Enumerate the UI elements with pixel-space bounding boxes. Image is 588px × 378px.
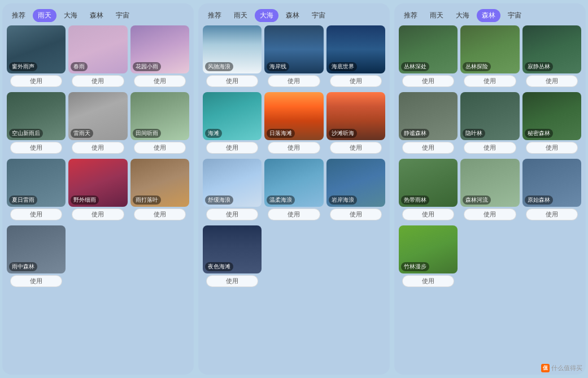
tab-雨天[interactable]: 雨天 (33, 9, 56, 22)
tab-推荐[interactable]: 推荐 (203, 9, 227, 22)
sound-card: 夏日雷雨使用 (7, 159, 66, 223)
use-button[interactable]: 使用 (206, 142, 258, 154)
use-button[interactable]: 使用 (402, 275, 454, 287)
card-title: 隐叶林 (463, 129, 485, 138)
card-title: 雨中森林 (9, 262, 37, 271)
use-button[interactable]: 使用 (206, 208, 258, 220)
card-title: 海岸线 (267, 62, 289, 71)
use-button[interactable]: 使用 (134, 208, 186, 220)
sound-card: 隐叶林使用 (460, 92, 519, 156)
tab-森林[interactable]: 森林 (281, 9, 304, 22)
tab-森林[interactable]: 森林 (85, 9, 108, 22)
use-button[interactable]: 使用 (10, 208, 62, 220)
sound-card: 热带雨林使用 (399, 159, 458, 223)
tab-大海[interactable]: 大海 (255, 9, 278, 22)
use-button[interactable]: 使用 (268, 75, 320, 87)
card-title: 沙滩听海 (329, 129, 357, 138)
card-title: 空山新雨后 (9, 129, 43, 138)
tab-雨天[interactable]: 雨天 (425, 9, 448, 22)
use-button[interactable]: 使用 (72, 142, 124, 154)
card-title: 雷雨天 (71, 129, 93, 138)
sound-card: 海滩使用 (203, 92, 262, 156)
use-button[interactable]: 使用 (72, 208, 124, 220)
sound-card: 岩岸海浪使用 (326, 159, 385, 223)
card-title: 田间听雨 (133, 129, 161, 138)
tab-大海[interactable]: 大海 (59, 9, 82, 22)
panel-panel-sea: 推荐雨天大海森林宇宙风驰海浪使用海岸线使用海底世界使用海滩使用日落海滩使用沙滩听… (198, 3, 390, 375)
card-title: 花园小雨 (133, 62, 161, 71)
tab-森林[interactable]: 森林 (477, 9, 500, 22)
card-image: 沙滩听海 (326, 92, 385, 140)
use-button[interactable]: 使用 (330, 208, 382, 220)
card-image: 静谧森林 (399, 92, 458, 140)
tab-宇宙[interactable]: 宇宙 (111, 9, 134, 22)
card-title: 丛林探险 (463, 62, 491, 71)
card-image: 花园小雨 (130, 25, 189, 73)
use-button[interactable]: 使用 (402, 142, 454, 154)
sound-card: 田间听雨使用 (130, 92, 189, 156)
sound-card: 温柔海浪使用 (264, 159, 323, 223)
sound-card: 竹林漫步使用 (399, 225, 458, 289)
sound-card: 夜色海滩使用 (203, 225, 262, 289)
use-button[interactable]: 使用 (526, 208, 578, 220)
card-image: 寂静丛林 (522, 25, 581, 73)
use-button[interactable]: 使用 (268, 142, 320, 154)
use-button[interactable]: 使用 (526, 142, 578, 154)
card-title: 海滩 (205, 129, 222, 138)
card-title: 夜色海滩 (205, 262, 233, 271)
use-button[interactable]: 使用 (464, 208, 516, 220)
card-image: 夜色海滩 (203, 225, 262, 273)
sound-card: 森林河流使用 (460, 159, 519, 223)
use-button[interactable]: 使用 (72, 75, 124, 87)
card-image: 海岸线 (264, 25, 323, 73)
panel-panel-forest: 推荐雨天大海森林宇宙丛林深处使用丛林探险使用寂静丛林使用静谧森林使用隐叶林使用秘… (394, 3, 586, 375)
card-image: 田间听雨 (130, 92, 189, 140)
card-title: 海底世界 (329, 62, 357, 71)
use-button[interactable]: 使用 (10, 275, 62, 287)
card-image: 窗外雨声 (7, 25, 66, 73)
card-image: 海底世界 (326, 25, 385, 73)
card-title: 窗外雨声 (9, 62, 37, 71)
use-button[interactable]: 使用 (206, 75, 258, 87)
use-button[interactable]: 使用 (134, 75, 186, 87)
use-button[interactable]: 使用 (10, 142, 62, 154)
use-button[interactable]: 使用 (330, 75, 382, 87)
tab-推荐[interactable]: 推荐 (7, 9, 31, 22)
use-button[interactable]: 使用 (134, 142, 186, 154)
card-title: 日落海滩 (267, 129, 295, 138)
sound-card: 丛林探险使用 (460, 25, 519, 89)
use-button[interactable]: 使用 (402, 208, 454, 220)
card-title: 风驰海浪 (205, 62, 233, 71)
sound-card: 风驰海浪使用 (203, 25, 262, 89)
card-title: 静谧森林 (401, 129, 429, 138)
sound-card: 丛林深处使用 (399, 25, 458, 89)
sound-card: 空山新雨后使用 (7, 92, 66, 156)
card-image: 海滩 (203, 92, 262, 140)
tab-推荐[interactable]: 推荐 (399, 9, 423, 22)
use-button[interactable]: 使用 (464, 75, 516, 87)
card-image: 热带雨林 (399, 159, 458, 207)
use-button[interactable]: 使用 (330, 142, 382, 154)
sound-card: 日落海滩使用 (264, 92, 323, 156)
sound-card: 舒缓海浪使用 (203, 159, 262, 223)
card-image: 丛林探险 (460, 25, 519, 73)
use-button[interactable]: 使用 (206, 275, 258, 287)
tab-雨天[interactable]: 雨天 (229, 9, 252, 22)
use-button[interactable]: 使用 (10, 75, 62, 87)
card-image: 风驰海浪 (203, 25, 262, 73)
card-image: 森林河流 (460, 159, 519, 207)
card-title: 野外细雨 (71, 195, 99, 205)
card-title: 丛林深处 (401, 62, 429, 71)
card-image: 原始森林 (522, 159, 581, 207)
card-image: 岩岸海浪 (326, 159, 385, 207)
use-button[interactable]: 使用 (526, 75, 578, 87)
sound-card: 花园小雨使用 (130, 25, 189, 89)
use-button[interactable]: 使用 (464, 142, 516, 154)
card-image: 春雨 (68, 25, 127, 73)
tab-宇宙[interactable]: 宇宙 (503, 9, 526, 22)
card-grid: 风驰海浪使用海岸线使用海底世界使用海滩使用日落海滩使用沙滩听海使用舒缓海浪使用温… (203, 25, 385, 289)
use-button[interactable]: 使用 (268, 208, 320, 220)
use-button[interactable]: 使用 (402, 75, 454, 87)
tab-大海[interactable]: 大海 (451, 9, 474, 22)
tab-宇宙[interactable]: 宇宙 (307, 9, 330, 22)
